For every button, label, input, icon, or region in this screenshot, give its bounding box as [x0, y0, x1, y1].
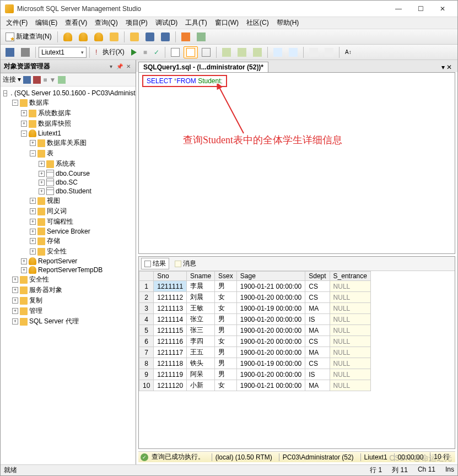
tree-databases[interactable]: −数据库 — [2, 98, 134, 108]
cell[interactable]: 女 — [215, 292, 237, 303]
expand-icon[interactable]: − — [30, 150, 36, 156]
cell[interactable]: 1211119 — [154, 369, 187, 380]
tree-security-db[interactable]: +安全性 — [2, 246, 134, 257]
close-button[interactable]: ✕ — [432, 3, 453, 15]
cell[interactable]: IS — [305, 369, 330, 380]
cell[interactable]: 1211112 — [154, 292, 187, 303]
tree-service-broker[interactable]: +Service Broker — [2, 227, 134, 236]
tb-btn2[interactable] — [76, 31, 90, 43]
tree-tables[interactable]: −表 — [2, 148, 134, 159]
expand-icon[interactable]: + — [30, 198, 36, 204]
expand-icon[interactable]: + — [30, 248, 36, 255]
tb-change-conn[interactable] — [18, 46, 33, 58]
cell[interactable]: 男 — [215, 347, 237, 358]
expand-icon[interactable]: + — [30, 229, 36, 235]
table-row[interactable]: 41211114张立男1900-01-20 00:00:00ISNULL — [139, 314, 371, 325]
cell[interactable]: NULL — [330, 358, 370, 369]
column-header[interactable]: Sage — [236, 272, 305, 281]
new-query-button[interactable]: 新建查询(N) — [3, 30, 55, 43]
database-combo[interactable]: Liutext1 — [39, 47, 87, 58]
table-row[interactable]: 21211112刘晨女1900-01-20 00:00:00CSNULL — [139, 292, 371, 303]
cell[interactable]: 李四 — [187, 336, 215, 347]
tree-report-server[interactable]: +ReportServer — [2, 257, 134, 266]
cell[interactable]: NULL — [330, 347, 370, 358]
tree-security[interactable]: +安全性 — [2, 274, 134, 285]
tree-management[interactable]: +管理 — [2, 306, 134, 316]
tb-options[interactable] — [250, 46, 265, 58]
cell[interactable]: CS — [305, 358, 330, 369]
cell[interactable]: 1211118 — [154, 358, 187, 369]
cell[interactable]: 1211111 — [154, 281, 187, 292]
column-header[interactable]: Sdept — [305, 272, 330, 281]
tree-replication[interactable]: +复制 — [2, 295, 134, 306]
cell[interactable]: 张三 — [187, 325, 215, 336]
column-header[interactable]: Ssex — [215, 272, 237, 281]
cell[interactable]: 女 — [215, 336, 237, 347]
execute-button[interactable]: ! 执行(X) — [93, 46, 127, 58]
tb-stats[interactable] — [235, 46, 249, 58]
menu-item[interactable]: 文件(F) — [3, 17, 31, 29]
connect-icon[interactable] — [23, 76, 31, 84]
cell[interactable]: 张立 — [187, 314, 215, 325]
cell[interactable]: NULL — [330, 292, 370, 303]
cell[interactable]: 1900-01-20 00:00:00 — [236, 369, 305, 380]
tree-report-server-temp[interactable]: +ReportServerTempDB — [2, 266, 134, 274]
tree-synonyms[interactable]: +同义词 — [2, 206, 134, 217]
cell[interactable]: NULL — [330, 281, 370, 292]
expand-icon[interactable]: − — [21, 131, 27, 137]
tb-open-file[interactable] — [127, 31, 142, 43]
cell[interactable]: 1211120 — [154, 380, 187, 391]
cell[interactable]: MA — [305, 325, 330, 336]
menu-item[interactable]: 项目(P) — [122, 17, 151, 29]
panel-pin-icon[interactable]: 📌 — [116, 63, 123, 70]
tb-specify[interactable]: A↕ — [342, 46, 354, 58]
tb-plan[interactable] — [219, 46, 234, 58]
column-header[interactable]: S_entrance — [330, 272, 370, 281]
cell[interactable]: 1900-01-21 00:00:00 — [236, 281, 305, 292]
cell[interactable]: 1900-01-19 00:00:00 — [236, 358, 305, 369]
table-row[interactable]: 91211119阿呆男1900-01-20 00:00:00ISNULL — [139, 369, 371, 380]
cell[interactable]: NULL — [330, 325, 370, 336]
tree-table-sc[interactable]: +dbo.SC — [2, 178, 134, 187]
sql-editor[interactable]: SELECT *FROM Student; 查询Student表中的全体学生详细… — [138, 72, 455, 254]
expand-icon[interactable]: + — [12, 287, 18, 293]
menu-item[interactable]: 窗口(W) — [212, 17, 242, 29]
cell[interactable]: MA — [305, 347, 330, 358]
expand-icon[interactable]: + — [30, 219, 36, 225]
cell[interactable]: 李晨 — [187, 281, 215, 292]
open-button[interactable] — [61, 31, 75, 43]
cell[interactable]: 1211113 — [154, 303, 187, 314]
cell[interactable]: 1900-01-20 00:00:00 — [236, 336, 305, 347]
menu-item[interactable]: 社区(C) — [243, 17, 272, 29]
column-header[interactable]: Sname — [187, 272, 215, 281]
cell[interactable]: CS — [305, 281, 330, 292]
cell[interactable]: NULL — [330, 369, 370, 380]
tb-reglist[interactable] — [194, 31, 208, 43]
expand-icon[interactable]: + — [12, 318, 18, 324]
expand-icon[interactable]: + — [39, 171, 45, 177]
tree-storage[interactable]: +存储 — [2, 236, 134, 246]
expand-icon[interactable]: + — [12, 298, 18, 304]
cell[interactable]: 1900-01-21 00:00:00 — [236, 380, 305, 391]
minimize-button[interactable]: — — [388, 3, 409, 15]
cell[interactable]: CS — [305, 292, 330, 303]
menu-item[interactable]: 调试(D) — [152, 17, 181, 29]
expand-icon[interactable]: + — [21, 258, 27, 264]
table-row[interactable]: 61211116李四女1900-01-20 00:00:00CSNULL — [139, 336, 371, 347]
cell[interactable]: 男 — [215, 358, 237, 369]
tb-save-all[interactable] — [158, 31, 173, 43]
tb-btn4[interactable] — [107, 31, 121, 43]
panel-dropdown[interactable]: ▾ — [107, 63, 115, 70]
tree-table-student[interactable]: +dbo.Student — [2, 187, 134, 196]
cell[interactable]: 男 — [215, 314, 237, 325]
object-tree[interactable]: −. (SQL Server 10.50.1600 - PC03\Adminis… — [1, 86, 136, 464]
results-tab-grid[interactable]: 结果 — [141, 258, 169, 269]
tree-system-databases[interactable]: +系统数据库 — [2, 108, 134, 118]
cell[interactable]: IS — [305, 314, 330, 325]
menu-item[interactable]: 查询(Q) — [91, 17, 121, 29]
expand-icon[interactable]: + — [39, 180, 45, 186]
tree-views[interactable]: +视图 — [2, 196, 134, 206]
column-header[interactable]: Sno — [154, 272, 187, 281]
connect-button[interactable]: 连接 ▾ — [3, 75, 21, 84]
tree-db-snapshot[interactable]: +数据库快照 — [2, 118, 134, 129]
